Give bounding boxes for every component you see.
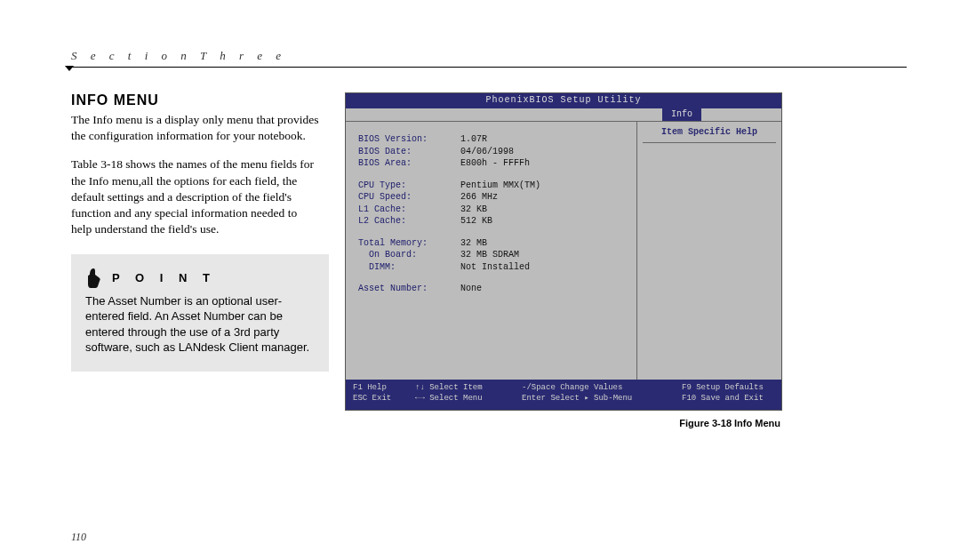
bios-left-panel: BIOS Version:1.07R BIOS Date:04/06/1998 … [346, 122, 637, 380]
left-column: Info Menu The Info menu is a display onl… [71, 92, 320, 428]
point-callout: P O I N T The Asset Number is an optiona… [71, 254, 329, 372]
point-text: The Asset Number is an optional user-ent… [85, 293, 315, 356]
section-header-text: S e c t i o n T h r e e [71, 49, 286, 62]
bios-help-header: Item Specific Help [643, 127, 776, 143]
bios-tab-bar: Info [346, 108, 781, 123]
bios-footer: F1 Help↑↓ Select Item-/Space Change Valu… [346, 380, 781, 410]
bios-screenshot: PhoenixBIOS Setup Utility Info BIOS Vers… [345, 92, 782, 411]
bios-title-bar: PhoenixBIOS Setup Utility [346, 93, 781, 108]
right-column: PhoenixBIOS Setup Utility Info BIOS Vers… [345, 92, 907, 428]
bios-group-3: Total Memory:32 MB On Board:32 MB SDRAM … [358, 238, 628, 274]
figure-caption: Figure 3-18 Info Menu [345, 418, 780, 428]
bios-group-2: CPU Type:Pentium MMX(TM) CPU Speed:266 M… [358, 180, 628, 228]
bios-right-panel: Item Specific Help [637, 122, 781, 380]
bios-group-4: Asset Number:None [358, 284, 628, 295]
section-tick-icon [65, 66, 74, 71]
bios-group-1: BIOS Version:1.07R BIOS Date:04/06/1998 … [358, 134, 628, 170]
paragraph-2: Table 3-18 shows the names of the menu f… [71, 156, 320, 237]
section-header: S e c t i o n T h r e e [71, 49, 907, 68]
page-number: 110 [71, 531, 86, 544]
thumb-icon [85, 268, 103, 288]
page-title: Info Menu [71, 92, 320, 108]
paragraph-1: The Info menu is a display only menu tha… [71, 112, 320, 144]
bios-tab-info: Info [662, 108, 701, 122]
point-label: P O I N T [112, 271, 216, 284]
